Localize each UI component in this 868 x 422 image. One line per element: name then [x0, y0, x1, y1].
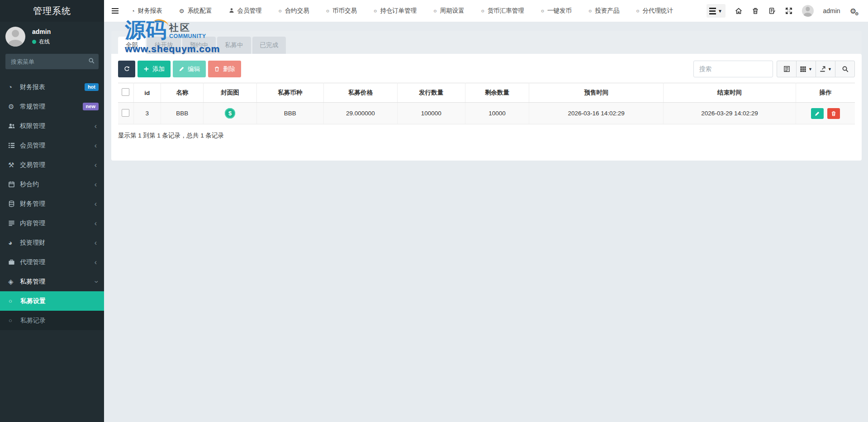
list-dropdown-button[interactable]: ▼	[707, 4, 726, 18]
home-icon[interactable]	[735, 7, 742, 14]
chevron-left-icon: ‹	[95, 220, 97, 227]
topnav-one-click-coin[interactable]: ○一键发币	[541, 7, 572, 15]
app-title: 管理系统	[0, 0, 104, 22]
col-header-price[interactable]: 私募价格	[323, 83, 397, 103]
content-wrapper: 全部 待开放 预约中 私募中 已完成 源码 社区 COMMUNITY	[104, 22, 868, 422]
sidebar-item-finance-management[interactable]: 财务管理 ‹	[0, 194, 104, 213]
refresh-button[interactable]	[118, 61, 135, 77]
table-toolbar: 添加 编辑 删除 ▼ ▼	[118, 61, 855, 77]
sidebar-item-second-contract[interactable]: 秒合约 ‹	[0, 175, 104, 194]
topnav-exchange-rate[interactable]: ○货币汇率管理	[481, 7, 524, 15]
detail-view-button[interactable]	[777, 61, 797, 77]
circle-icon: ○	[374, 8, 377, 14]
row-edit-button[interactable]	[811, 108, 824, 119]
topnav-position-orders[interactable]: ○持仓订单管理	[374, 7, 417, 15]
main-area: ◔财务报表 ⚙系统配置 会员管理 ○合约交易 ○币币交易 ○持仓订单管理 ○周期…	[104, 0, 868, 422]
calendar-icon	[8, 180, 20, 188]
topbar-avatar[interactable]	[802, 5, 814, 17]
online-dot-icon	[32, 40, 36, 44]
chevron-left-icon: ‹	[95, 161, 97, 169]
settings-gears-icon[interactable]: ⚙⚙	[850, 7, 856, 15]
dashboard-icon: ◔	[8, 83, 20, 91]
topnav-period-settings[interactable]: ○周期设置	[433, 7, 464, 15]
sidebar-item-label: 投资理财	[20, 239, 95, 247]
briefcase-icon	[8, 258, 20, 266]
tab-all[interactable]: 全部	[118, 37, 146, 54]
tab-in-progress[interactable]: 私募中	[217, 37, 251, 54]
select-all-checkbox[interactable]	[122, 88, 129, 96]
chevron-left-icon: ‹	[95, 239, 97, 247]
topnav-financial-reports[interactable]: ◔财务报表	[131, 7, 162, 15]
edit-button[interactable]: 编辑	[173, 61, 206, 77]
sidebar-item-general-management[interactable]: ⚙ 常规管理 new	[0, 97, 104, 116]
search-icon[interactable]	[88, 57, 95, 66]
table-search-input[interactable]	[693, 61, 773, 77]
tab-pending-open[interactable]: 待开放	[147, 37, 181, 54]
coin-icon: $	[225, 108, 235, 119]
sidebar-item-label: 财务报表	[20, 83, 85, 91]
col-header-issue[interactable]: 发行数量	[397, 83, 465, 103]
col-header-end-time[interactable]: 结束时间	[663, 83, 796, 103]
topnav-agent-stats[interactable]: ○分代理统计	[636, 7, 673, 15]
circle-icon: ○	[541, 8, 544, 14]
user-avatar	[5, 27, 25, 47]
col-header-cover[interactable]: 封面图	[204, 83, 256, 103]
sidebar-item-private-placement[interactable]: ◈ 私募管理 ‹	[0, 272, 104, 291]
sidebar-item-content-management[interactable]: 内容管理 ‹	[0, 213, 104, 233]
col-header-actions: 操作	[796, 83, 855, 103]
menu-toggle-icon[interactable]	[112, 10, 119, 11]
cell-id: 3	[133, 103, 161, 124]
sidebar-search	[5, 54, 99, 69]
sidebar-item-label: 财务管理	[20, 200, 95, 208]
sidebar-item-agent-management[interactable]: 代理管理 ‹	[0, 252, 104, 272]
tab-reserving[interactable]: 预约中	[182, 37, 216, 54]
user-icon	[229, 8, 234, 14]
data-table: id 名称 封面图 私募币种 私募价格 发行数量 剩余数量 预售时间 结束时间 …	[118, 83, 855, 124]
fullscreen-icon[interactable]	[785, 7, 792, 14]
sidebar-item-trade-management[interactable]: ⚒ 交易管理 ‹	[0, 155, 104, 175]
panel-heading: 全部 待开放 预约中 私募中 已完成	[111, 31, 862, 54]
col-header-coin[interactable]: 私募币种	[256, 83, 323, 103]
sidebar-item-member-management[interactable]: 会员管理 ‹	[0, 136, 104, 155]
row-checkbox[interactable]	[122, 109, 129, 117]
database-icon	[8, 200, 20, 208]
circle-icon: ○	[326, 8, 329, 14]
cell-cover: $	[204, 103, 256, 124]
col-header-id[interactable]: id	[133, 83, 161, 103]
sidebar-item-permission-management[interactable]: 权限管理 ‹	[0, 116, 104, 136]
topnav-coin-trade[interactable]: ○币币交易	[326, 7, 357, 15]
col-header-name[interactable]: 名称	[161, 83, 203, 103]
add-button[interactable]: 添加	[138, 61, 171, 77]
table-row[interactable]: 3 BBB $ BBB 29.000000 100000 10000 2026-…	[118, 103, 855, 124]
sidebar-item-label: 会员管理	[20, 142, 95, 150]
log-book-icon[interactable]	[768, 7, 776, 14]
search-toggle-button[interactable]	[835, 61, 855, 77]
tab-completed[interactable]: 已完成	[252, 37, 286, 54]
sidebar-subitem-private-placement-settings[interactable]: ○ 私募设置	[0, 291, 104, 311]
handshake-icon: ⚒	[8, 161, 20, 169]
page: 管理系统 admin 在线 ◔ 财务报表 hot	[0, 0, 868, 422]
topnav-member-management[interactable]: 会员管理	[229, 7, 262, 15]
sidebar-subitem-private-placement-records[interactable]: ○ 私募记录	[0, 311, 104, 330]
gear-icon: ⚙	[179, 8, 185, 14]
topnav-investment-products[interactable]: ○投资产品	[588, 7, 619, 15]
list-icon	[8, 142, 20, 149]
row-delete-button[interactable]	[827, 108, 840, 119]
sidebar-menu: ◔ 财务报表 hot ⚙ 常规管理 new 权限管理 ‹ 会员管理 ‹ ⚒	[0, 77, 104, 291]
columns-button[interactable]: ▼	[796, 61, 816, 77]
topnav-contract-trade[interactable]: ○合约交易	[279, 7, 309, 15]
delete-button[interactable]: 删除	[208, 61, 241, 77]
sidebar-search-input[interactable]	[5, 54, 99, 69]
circle-icon: ○	[588, 8, 592, 14]
cell-actions	[796, 103, 855, 124]
sidebar-item-investment[interactable]: ◕ 投资理财 ‹	[0, 233, 104, 252]
sidebar-item-financial-reports[interactable]: ◔ 财务报表 hot	[0, 77, 104, 97]
trash-icon[interactable]	[752, 7, 759, 14]
circle-icon: ○	[279, 8, 282, 14]
export-button[interactable]: ▼	[816, 61, 835, 77]
cell-presale-time: 2026-03-16 14:02:29	[529, 103, 663, 124]
col-header-remain[interactable]: 剩余数量	[465, 83, 529, 103]
topnav-system-config[interactable]: ⚙系统配置	[179, 7, 212, 15]
col-header-presale-time[interactable]: 预售时间	[529, 83, 663, 103]
caret-down-icon: ▼	[718, 9, 722, 14]
